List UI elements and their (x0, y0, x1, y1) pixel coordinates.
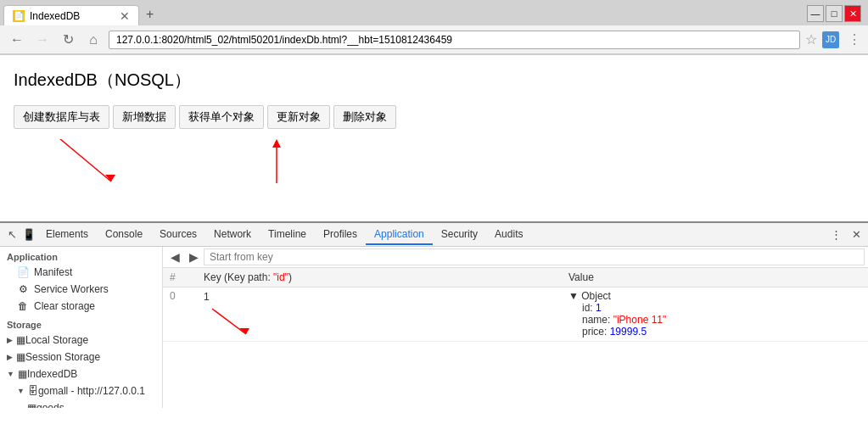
sidebar-item-clear-storage-label: Clear storage (34, 300, 95, 312)
new-tab-btn[interactable]: + (139, 3, 160, 25)
update-object-btn[interactable]: 更新对象 (267, 105, 330, 129)
service-workers-icon: ⚙ (17, 283, 29, 295)
local-storage-triangle: ▶ (7, 336, 13, 344)
svg-line-4 (212, 309, 246, 334)
sidebar-item-manifest-label: Manifest (34, 266, 72, 278)
sidebar-item-session-storage[interactable]: ▶ ▦ Session Storage (0, 349, 162, 366)
close-btn[interactable]: ✕ (844, 5, 861, 22)
value-object-label: ▼ Object (568, 290, 861, 302)
gomall-icon: 🗄 (28, 385, 38, 397)
tab-audits[interactable]: Audits (486, 225, 531, 245)
tab-console[interactable]: Console (97, 225, 151, 245)
sidebar-item-service-workers-label: Service Workers (34, 283, 109, 295)
indexeddb-triangle: ▼ (7, 370, 14, 378)
back-btn[interactable]: ← (7, 30, 27, 50)
col-header-num: # (163, 268, 197, 287)
browser-tab[interactable]: 📄 IndexedDB ✕ (3, 5, 139, 25)
arrows-decoration (14, 139, 438, 198)
sidebar-item-local-storage[interactable]: ▶ ▦ Local Storage (0, 332, 162, 349)
tab-profiles[interactable]: Profiles (315, 225, 366, 245)
table-row: 0 1 ▼ Object (163, 287, 868, 342)
key-navigation-bar: ◀ ▶ (163, 247, 868, 268)
local-storage-icon: ▦ (16, 334, 25, 346)
devtools-main-panel: ◀ ▶ # Key (Key path: "id") Value (163, 247, 868, 408)
devtools-body: Application 📄 Manifest ⚙ Service Workers… (0, 247, 868, 408)
minimize-btn[interactable]: — (807, 5, 824, 22)
tab-title: IndexedDB (30, 10, 115, 22)
page-title: IndexedDB（NOSQL） (14, 69, 854, 92)
row-value: ▼ Object id: 1 name: "iPhone 11" price: … (562, 287, 868, 342)
tab-network[interactable]: Network (205, 225, 260, 245)
devtools-sidebar: Application 📄 Manifest ⚙ Service Workers… (0, 247, 163, 408)
tab-application[interactable]: Application (366, 225, 433, 245)
tab-timeline[interactable]: Timeline (260, 225, 315, 245)
forward-btn[interactable]: → (32, 30, 53, 50)
add-data-btn[interactable]: 新增数据 (113, 105, 176, 129)
indexeddb-icon: ▦ (18, 368, 27, 380)
value-name-line: name: "iPhone 11" (568, 314, 861, 326)
row-num: 0 (163, 287, 197, 342)
data-table: # Key (Key path: "id") Value 0 1 (163, 268, 868, 408)
avatar-btn[interactable]: JD (822, 31, 839, 48)
col-header-key: Key (Key path: "id") (197, 268, 562, 287)
action-buttons: 创建数据库与表 新增数据 获得单个对象 更新对象 删除对象 (14, 105, 854, 129)
sidebar-item-indexeddb[interactable]: ▼ ▦ IndexedDB (0, 366, 162, 382)
tab-close-btn[interactable]: ✕ (120, 9, 130, 23)
session-storage-label: Session Storage (25, 351, 100, 363)
get-object-btn[interactable]: 获得单个对象 (179, 105, 264, 129)
sidebar-item-goods[interactable]: ▦ goods (0, 399, 162, 408)
goods-label: goods (36, 402, 64, 408)
tab-sources[interactable]: Sources (151, 225, 205, 245)
session-storage-triangle: ▶ (7, 353, 13, 361)
devtools-panel: ↖ 📱 Elements Console Sources Network Tim… (0, 221, 868, 408)
devtools-close-icon[interactable]: ✕ (848, 226, 865, 243)
sidebar-item-clear-storage[interactable]: 🗑 Clear storage (0, 298, 162, 315)
sidebar-item-service-workers[interactable]: ⚙ Service Workers (0, 281, 162, 298)
row-key: 1 (197, 287, 562, 342)
page-content: IndexedDB（NOSQL） 创建数据库与表 新增数据 获得单个对象 更新对… (0, 55, 868, 221)
svg-line-0 (60, 139, 111, 181)
window-controls: — □ ✕ (807, 5, 861, 22)
sidebar-section-storage: Storage (0, 315, 162, 332)
tab-elements[interactable]: Elements (37, 225, 97, 245)
start-from-key-input[interactable] (204, 248, 865, 265)
value-price-line: price: 19999.5 (568, 326, 861, 338)
arrows-svg (14, 139, 438, 198)
maximize-btn[interactable]: □ (826, 5, 843, 22)
key-arrow-svg (204, 304, 272, 338)
devtools-more-icon[interactable]: ⋮ (827, 226, 844, 243)
key-prev-btn[interactable]: ◀ (166, 248, 183, 265)
indexeddb-label: IndexedDB (27, 368, 77, 380)
devtools-cursor-icon[interactable]: ↖ (3, 226, 20, 243)
goods-icon: ▦ (27, 402, 36, 408)
delete-object-btn[interactable]: 删除对象 (333, 105, 396, 129)
refresh-btn[interactable]: ↻ (58, 30, 78, 50)
local-storage-label: Local Storage (25, 334, 88, 346)
tab-favicon: 📄 (13, 10, 25, 22)
sidebar-item-gomall[interactable]: ▼ 🗄 gomall - http://127.0.0.1 (0, 382, 162, 399)
svg-marker-3 (272, 139, 281, 148)
devtools-mobile-icon[interactable]: 📱 (20, 226, 37, 243)
gomall-label: gomall - http://127.0.0.1 (38, 385, 145, 397)
bookmark-btn[interactable]: ☆ (805, 31, 817, 47)
key-next-btn[interactable]: ▶ (185, 248, 202, 265)
session-storage-icon: ▦ (16, 351, 25, 363)
col-header-value: Value (562, 268, 868, 287)
gomall-triangle: ▼ (17, 387, 25, 395)
address-bar: ← → ↻ ⌂ ☆ JD ⋮ (0, 25, 868, 54)
devtools-tabs-bar: ↖ 📱 Elements Console Sources Network Tim… (0, 223, 868, 247)
sidebar-item-manifest[interactable]: 📄 Manifest (0, 264, 162, 281)
chrome-menu-btn[interactable]: ⋮ (848, 31, 861, 47)
create-db-btn[interactable]: 创建数据库与表 (14, 105, 109, 129)
value-id-line: id: 1 (568, 302, 861, 314)
home-btn[interactable]: ⌂ (83, 30, 104, 50)
tab-security[interactable]: Security (433, 225, 486, 245)
address-input[interactable] (109, 31, 800, 49)
manifest-icon: 📄 (17, 266, 29, 278)
clear-storage-icon: 🗑 (17, 300, 29, 312)
sidebar-section-application: Application (0, 247, 162, 264)
